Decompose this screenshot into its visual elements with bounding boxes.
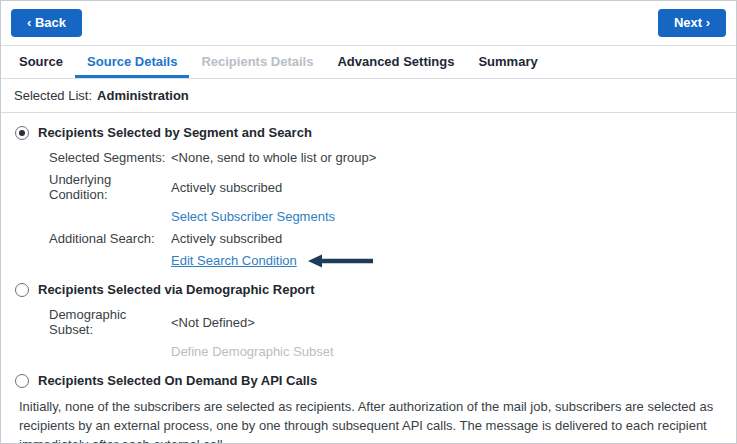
demographic-subset-label: Demographic Subset:: [49, 307, 171, 337]
edit-search-link-row: Edit Search Condition: [49, 253, 722, 268]
selected-list-label: Selected List:: [14, 88, 92, 103]
radio-api-calls-icon[interactable]: [15, 374, 29, 388]
option-demographic-report-head[interactable]: Recipients Selected via Demographic Repo…: [15, 282, 722, 297]
tab-recipients-details: Recipients Details: [189, 46, 325, 78]
option-segment-search-head[interactable]: Recipients Selected by Segment and Searc…: [15, 125, 722, 140]
selected-segments-row: Selected Segments: <None, send to whole …: [49, 150, 722, 165]
back-button[interactable]: ‹ Back: [11, 9, 82, 37]
wizard-page: ‹ Back Next › Source Source Details Reci…: [0, 0, 737, 444]
option-api-calls-head[interactable]: Recipients Selected On Demand By API Cal…: [15, 373, 722, 388]
option-api-calls-title: Recipients Selected On Demand By API Cal…: [38, 373, 317, 388]
define-subset-link-row: Define Demographic Subset: [49, 344, 722, 359]
additional-search-label: Additional Search:: [49, 231, 171, 246]
selected-segments-value: <None, send to whole list or group>: [171, 150, 376, 165]
option-segment-search: Recipients Selected by Segment and Searc…: [15, 125, 722, 268]
tab-source[interactable]: Source: [7, 46, 75, 78]
select-segments-link-row: Select Subscriber Segments: [49, 209, 722, 224]
options-panel: Recipients Selected by Segment and Searc…: [1, 113, 736, 444]
tab-summary[interactable]: Summary: [466, 46, 549, 78]
selected-list-row: Selected List:Administration: [1, 79, 736, 113]
demographic-subset-row: Demographic Subset: <Not Defined>: [49, 307, 722, 337]
option-segment-search-title: Recipients Selected by Segment and Searc…: [38, 125, 312, 140]
option-demographic-report-title: Recipients Selected via Demographic Repo…: [38, 282, 315, 297]
additional-search-row: Additional Search: Actively subscribed: [49, 231, 722, 246]
segment-search-details: Selected Segments: <None, send to whole …: [49, 150, 722, 268]
tab-bar: Source Source Details Recipients Details…: [1, 45, 736, 79]
tab-source-details[interactable]: Source Details: [75, 46, 189, 78]
underlying-condition-label: Underlying Condition:: [49, 172, 171, 202]
tab-advanced-settings[interactable]: Advanced Settings: [325, 46, 466, 78]
selected-segments-label: Selected Segments:: [49, 150, 171, 165]
define-demographic-subset-link: Define Demographic Subset: [171, 344, 334, 359]
select-subscriber-segments-link[interactable]: Select Subscriber Segments: [171, 209, 335, 224]
option-api-calls: Recipients Selected On Demand By API Cal…: [15, 373, 722, 444]
radio-demographic-report-icon[interactable]: [15, 283, 29, 297]
option-demographic-report: Recipients Selected via Demographic Repo…: [15, 282, 722, 359]
additional-search-value: Actively subscribed: [171, 231, 282, 246]
radio-segment-search-icon[interactable]: [15, 126, 29, 140]
demographic-subset-value: <Not Defined>: [171, 315, 255, 330]
pointer-arrow-icon: [307, 254, 373, 268]
underlying-condition-row: Underlying Condition: Actively subscribe…: [49, 172, 722, 202]
wizard-header: ‹ Back Next ›: [1, 1, 736, 45]
api-calls-description: Initially, none of the subscribers are s…: [19, 398, 722, 444]
underlying-condition-value: Actively subscribed: [171, 180, 282, 195]
demographic-report-details: Demographic Subset: <Not Defined> Define…: [49, 307, 722, 359]
edit-search-condition-link[interactable]: Edit Search Condition: [171, 253, 297, 268]
next-button[interactable]: Next ›: [658, 9, 726, 37]
selected-list-value: Administration: [97, 88, 189, 103]
